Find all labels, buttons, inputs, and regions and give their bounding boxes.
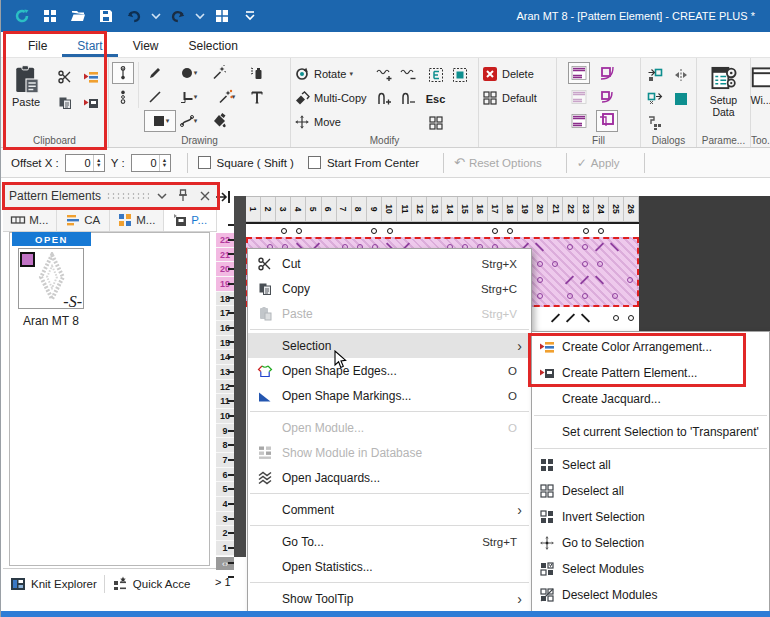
pattern-parameters-icon[interactable] — [209, 4, 235, 28]
panel-pin-icon[interactable] — [175, 187, 191, 204]
clamp-dialog-button[interactable] — [644, 112, 666, 134]
text-tool[interactable] — [246, 86, 268, 108]
fill-rows-button[interactable] — [568, 62, 590, 84]
column-13[interactable]: 13 — [427, 197, 442, 222]
mirror-dialog-button[interactable] — [670, 64, 692, 86]
paste-module-button[interactable] — [80, 92, 102, 114]
insert-color-arrangement-button[interactable] — [80, 66, 102, 88]
column-7[interactable]: 7 — [337, 197, 352, 222]
fill-bucket-tool[interactable] — [208, 110, 230, 132]
remove-stitches-button[interactable] — [397, 88, 419, 110]
column-21[interactable]: 21 — [548, 197, 563, 222]
column-5[interactable]: 5 — [306, 197, 321, 222]
context-menu-item-cut[interactable]: CutStrg+X — [248, 251, 531, 276]
submenu-item-select-all[interactable]: Select all — [532, 452, 769, 478]
column-25[interactable]: 25 — [609, 197, 624, 222]
line-tool[interactable] — [144, 86, 166, 108]
paste-button[interactable]: Paste — [4, 62, 48, 108]
submenu-item-deselect-all[interactable]: Deselect all — [532, 478, 769, 504]
context-menu-item-selection[interactable]: Selection› — [248, 333, 531, 358]
context-menu-item-copy[interactable]: CopyStrg+C — [248, 276, 531, 301]
add-rows-button[interactable] — [373, 64, 395, 86]
add-stitches-button[interactable] — [373, 88, 395, 110]
context-menu-item-comment[interactable]: Comment› — [248, 497, 531, 522]
context-menu-item-show-tooltip[interactable]: Show ToolTip› — [248, 586, 531, 611]
fill-rows-all-button[interactable] — [568, 110, 590, 132]
column-23[interactable]: 23 — [578, 197, 593, 222]
save-icon[interactable] — [93, 4, 119, 28]
window-button[interactable]: Wi... — [754, 62, 768, 106]
column-16[interactable]: 16 — [473, 197, 488, 222]
submenu-item-go-to-selection[interactable]: Go to Selection — [532, 530, 769, 556]
pattern-elements-panel-header[interactable]: Pattern Elements — [3, 182, 219, 209]
bottom-tab-quick-acce[interactable]: Quick Acce — [105, 569, 198, 598]
bottom-tab-knit-explorer[interactable]: Knit Explorer — [3, 569, 104, 598]
tab-start[interactable]: Start — [62, 34, 117, 57]
column-18[interactable]: 18 — [503, 197, 518, 222]
submenu-item-create-jacquard[interactable]: Create Jacquard... — [532, 386, 769, 412]
module-manager-icon[interactable] — [37, 4, 63, 28]
reset-options-button[interactable]: ↶ Reset Options — [454, 155, 542, 170]
row-ruler[interactable]: 22212019181716151413121110987654321 — [216, 233, 234, 556]
tab-view[interactable]: View — [118, 34, 174, 57]
redo-button[interactable] — [165, 4, 191, 28]
setup-data-button[interactable]: Setup Data — [700, 62, 747, 118]
magic-wand-tool[interactable] — [208, 62, 230, 84]
fill-corner2-button[interactable] — [596, 86, 618, 108]
submenu-item-create-color-arrangement[interactable]: Create Color Arrangement... — [532, 334, 769, 360]
tab-selection[interactable]: Selection — [173, 34, 252, 57]
context-menu-item-go-to[interactable]: Go To...Strg+T — [248, 529, 531, 554]
context-menu-item-open-statistics[interactable]: Open Statistics... — [248, 554, 531, 579]
open-file-icon[interactable] — [65, 4, 91, 28]
redo-dropdown-icon[interactable] — [193, 4, 207, 28]
undo-button[interactable] — [121, 4, 147, 28]
column-19[interactable]: 19 — [518, 197, 533, 222]
axis-symmetry-tool[interactable] — [112, 86, 134, 108]
start-from-center-checkbox[interactable] — [308, 156, 321, 169]
column-6[interactable]: 6 — [322, 197, 337, 222]
column-2[interactable]: 2 — [261, 197, 276, 222]
offset-x-spin-arrows[interactable]: ▲▼ — [93, 155, 104, 171]
spray-tool[interactable] — [246, 62, 268, 84]
circle-tool[interactable]: ▾ — [170, 62, 206, 84]
column-11[interactable]: 11 — [397, 197, 412, 222]
column-26[interactable]: 26 — [624, 197, 639, 222]
column-ruler[interactable]: 1234567891011121314151617181920212223242… — [246, 196, 639, 222]
export-dialog-button[interactable] — [644, 88, 666, 110]
offset-y-stepper[interactable]: 0 ▲▼ — [131, 154, 171, 172]
delete-button[interactable]: Delete — [482, 62, 553, 86]
column-17[interactable]: 17 — [488, 197, 503, 222]
rotate-button[interactable]: Rotate▾ — [294, 62, 367, 86]
fill-corner-button[interactable] — [596, 62, 618, 84]
column-22[interactable]: 22 — [563, 197, 578, 222]
import-dialog-button[interactable] — [644, 64, 666, 86]
panel-tab-m[interactable]: M... — [3, 209, 57, 231]
multi-copy-button[interactable]: Multi-Copy — [294, 86, 367, 110]
color-dialog-button[interactable] — [670, 88, 692, 110]
default-button[interactable]: Default — [482, 86, 553, 110]
submenu-item-set-current-selection-to-transparent[interactable]: Set current Selection to 'Transparent' — [532, 419, 769, 445]
column-1[interactable]: 1 — [246, 197, 261, 222]
square-checkbox[interactable] — [198, 156, 211, 169]
copy-button[interactable] — [54, 92, 76, 114]
magic-wand-plus-tool[interactable]: ▾ — [208, 86, 244, 108]
polyline-tool[interactable]: ▾ — [170, 86, 206, 108]
column-3[interactable]: 3 — [276, 197, 291, 222]
column-12[interactable]: 12 — [412, 197, 427, 222]
submenu-item-invert-selection[interactable]: Invert Selection — [532, 504, 769, 530]
column-4[interactable]: 4 — [291, 197, 306, 222]
panel-tab-m[interactable]: M... — [110, 209, 164, 231]
remove-rows-button[interactable] — [397, 64, 419, 86]
point-symmetry-tool[interactable] — [112, 62, 134, 84]
select-element-button[interactable] — [425, 64, 447, 86]
undo-dropdown-icon[interactable] — [149, 4, 163, 28]
panel-tab-ca[interactable]: CA — [57, 209, 111, 231]
move-button[interactable]: Move — [294, 110, 367, 134]
column-9[interactable]: 9 — [367, 197, 382, 222]
submenu-item-select-modules[interactable]: Select Modules — [532, 556, 769, 582]
context-menu-item-open-shape-edges[interactable]: Open Shape Edges...O — [248, 358, 531, 383]
offset-y-spin-arrows[interactable]: ▲▼ — [159, 155, 170, 171]
column-15[interactable]: 15 — [458, 197, 473, 222]
cut-button[interactable] — [54, 66, 76, 88]
column-20[interactable]: 20 — [533, 197, 548, 222]
